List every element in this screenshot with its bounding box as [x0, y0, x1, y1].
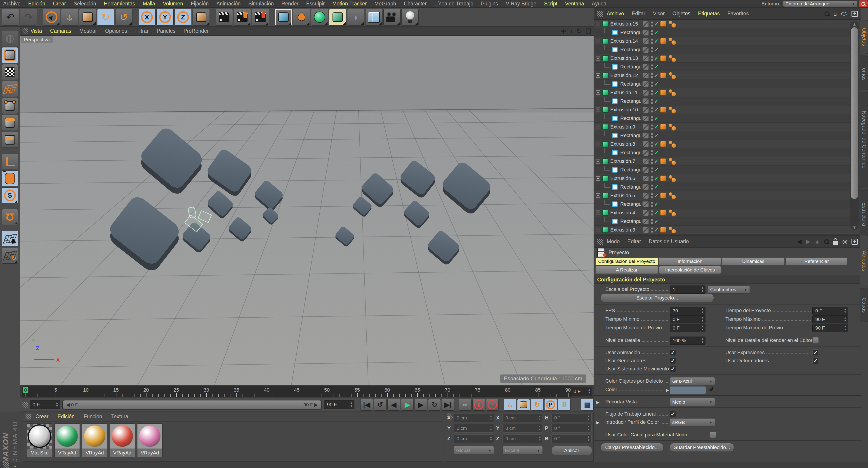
- object-row-extrusi-n-6[interactable]: −Extrusión.6✓: [594, 174, 850, 183]
- object-menu-archivo[interactable]: Archivo: [607, 11, 624, 17]
- visibility-dots[interactable]: [651, 185, 653, 190]
- attribute-menu-editar[interactable]: Editar: [627, 238, 641, 245]
- coord-field-b-3[interactable]: 0 °▲▼: [551, 434, 592, 443]
- color-swatch[interactable]: [670, 386, 706, 394]
- compositing-tag-icon[interactable]: [669, 89, 676, 96]
- material-1[interactable]: Mat Ske: [27, 424, 52, 457]
- viewport-menu-vista[interactable]: Vista: [31, 28, 42, 34]
- object-child-row-rect-ngulo[interactable]: Rectángulo✓: [594, 80, 850, 88]
- current-frame-spinner[interactable]: 0 F▲▼: [30, 400, 60, 409]
- object-name[interactable]: Extrusión.12: [610, 72, 638, 78]
- menu-esculpir[interactable]: Esculpir: [306, 1, 325, 7]
- timeline-frame-55[interactable]: 55: [354, 387, 360, 393]
- menu-character[interactable]: Character: [404, 1, 427, 7]
- lock-z-axis-button[interactable]: Z: [175, 9, 192, 26]
- menu-plugins[interactable]: Plugins: [481, 1, 498, 7]
- object-menu-visor[interactable]: Visor: [653, 11, 665, 17]
- extrude-object-icon[interactable]: [602, 55, 609, 61]
- layer-swatch[interactable]: [643, 184, 649, 190]
- extrude-object-icon[interactable]: [602, 124, 609, 130]
- viewport-menu-filtrar[interactable]: Filtrar: [135, 28, 149, 34]
- coord-escala-dropdown[interactable]: Escala▼: [502, 446, 543, 455]
- eye-icon[interactable]: ◯: [841, 12, 847, 15]
- menu-motion-tracker[interactable]: Motion Tracker: [332, 1, 367, 7]
- menu-ventana[interactable]: Ventana: [565, 1, 584, 7]
- extrude-object-icon[interactable]: [602, 21, 609, 27]
- menu-simulaci-n[interactable]: Simulación: [248, 1, 274, 7]
- timeline-ruler-track[interactable]: 051015202530354045505560657075808590: [22, 386, 571, 397]
- workplane-lock-button[interactable]: [2, 231, 18, 247]
- frame-range-thumb[interactable]: ◀ 0 F 90 F ▶: [63, 400, 321, 409]
- side-tab-estructura[interactable]: Estructura: [860, 189, 868, 239]
- material-tag-icon[interactable]: [660, 141, 666, 147]
- zoom-view-icon[interactable]: ↕: [570, 28, 573, 35]
- side-tab-atributos[interactable]: Atributos: [860, 235, 868, 287]
- expand-toggle-icon[interactable]: −: [596, 125, 600, 129]
- object-name[interactable]: Rectángulo: [620, 81, 645, 87]
- render-picture-viewer-button[interactable]: ▶: [234, 9, 251, 26]
- menu-mograph[interactable]: MoGraph: [374, 1, 396, 7]
- layer-swatch[interactable]: [643, 30, 649, 35]
- keyframe-selection-button[interactable]: ▦: [581, 399, 594, 411]
- object-name[interactable]: Rectángulo: [620, 184, 645, 190]
- camera-menu[interactable]: [383, 9, 401, 26]
- object-child-row-rect-ngulo[interactable]: Rectángulo✓: [594, 131, 850, 140]
- attribute-menu-datos-de-usuario[interactable]: Datos de Usuario: [649, 238, 689, 245]
- material-tag-icon[interactable]: [660, 158, 666, 164]
- tab-informaci-n[interactable]: Información: [659, 258, 721, 265]
- timeline-frame-10[interactable]: 10: [83, 387, 88, 393]
- checkbox-usar-deformadores[interactable]: ✓: [812, 358, 819, 364]
- object-child-row-rect-ngulo[interactable]: Rectángulo✓: [594, 114, 850, 123]
- material-thumbnail[interactable]: [27, 424, 52, 449]
- object-row-extrusi-n-14[interactable]: −Extrusión.14✓: [594, 37, 850, 45]
- viewport-menu-paneles[interactable]: Paneles: [157, 28, 176, 34]
- material-5[interactable]: VRayAd: [137, 424, 162, 457]
- panel-grip[interactable]: [597, 239, 602, 245]
- coord-field-y-1[interactable]: 0 cm▲▼: [454, 424, 494, 433]
- expand-toggle-icon[interactable]: −: [596, 142, 600, 146]
- object-child-row-rect-ngulo[interactable]: Rectángulo✓: [594, 97, 850, 105]
- expand-toggle-icon[interactable]: −: [596, 107, 600, 112]
- spline-rectangle-icon[interactable]: [612, 150, 618, 156]
- go-to-start-button[interactable]: |◀: [360, 399, 373, 411]
- spline-rectangle-icon[interactable]: [612, 30, 618, 35]
- expand-toggle-icon[interactable]: −: [596, 159, 600, 164]
- material-thumbnail[interactable]: [55, 424, 80, 449]
- visibility-dots[interactable]: [651, 202, 653, 207]
- layer-swatch[interactable]: [643, 124, 649, 130]
- edges-mode-button[interactable]: [2, 115, 18, 131]
- spline-pen-menu[interactable]: [293, 9, 310, 26]
- setting-field-tiempo-m-ximo[interactable]: 90 F▲▼: [812, 315, 848, 324]
- tab-interpolaci-n-de-claves[interactable]: Interpolación de Claves: [659, 266, 721, 274]
- layer-swatch[interactable]: [643, 107, 649, 113]
- object-child-row-rect-ngulo[interactable]: Rectángulo✓: [594, 200, 850, 208]
- expand-icon[interactable]: ▶: [596, 400, 599, 405]
- timeline-frame-65[interactable]: 65: [414, 387, 420, 393]
- panel-grip[interactable]: [22, 402, 28, 408]
- object-name[interactable]: Extrusión.9: [610, 124, 635, 130]
- visibility-dots[interactable]: [651, 193, 653, 198]
- material-2[interactable]: VRayAd: [55, 424, 80, 457]
- timeline-frame-85[interactable]: 85: [535, 387, 540, 393]
- frame-range-slider[interactable]: ◀ 0 F 90 F ▶: [62, 400, 322, 410]
- object-name[interactable]: Extrusión.11: [610, 90, 638, 96]
- scrollbar-thumb[interactable]: [851, 27, 858, 199]
- object-name[interactable]: Rectángulo: [620, 30, 645, 35]
- visibility-dots[interactable]: [651, 56, 653, 61]
- spline-rectangle-icon[interactable]: [612, 167, 618, 173]
- layer-swatch[interactable]: [643, 141, 649, 147]
- extrude-object-icon[interactable]: [602, 210, 609, 216]
- layer-swatch[interactable]: [643, 150, 649, 156]
- object-row-extrusi-n-5[interactable]: −Extrusión.5✓: [594, 191, 850, 200]
- object-name[interactable]: Rectángulo: [620, 219, 645, 224]
- timeline-ruler[interactable]: 051015202530354045505560657075808590 0 F…: [20, 385, 594, 398]
- autokey-button[interactable]: ?: [486, 399, 499, 411]
- add-primitive-menu[interactable]: [275, 9, 292, 26]
- material-tag-icon[interactable]: [660, 124, 666, 130]
- record-pla-button[interactable]: ⠿: [558, 399, 570, 411]
- menu-edici-n[interactable]: Edición: [28, 1, 45, 7]
- spline-rectangle-icon[interactable]: [612, 184, 618, 190]
- layer-swatch[interactable]: [643, 73, 649, 78]
- expand-toggle-icon[interactable]: −: [596, 22, 600, 26]
- material-thumbnail[interactable]: [82, 424, 107, 449]
